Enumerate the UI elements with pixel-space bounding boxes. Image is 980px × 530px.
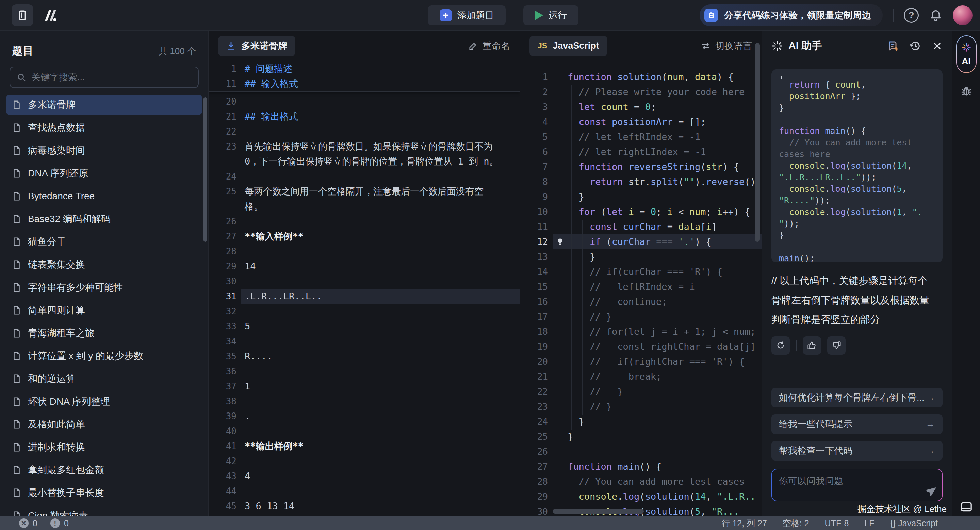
problem-tab[interactable]: 多米诺骨牌 — [218, 36, 295, 56]
code-line[interactable]: 11 const curChar = data[i] — [520, 219, 762, 234]
code-panel: JS JavaScript 切换语言 1function solution(nu… — [520, 31, 762, 516]
code-editor[interactable]: 1function solution(num, data) {2 // Plea… — [520, 61, 762, 516]
language-tab[interactable]: JS JavaScript — [530, 36, 608, 56]
code-line[interactable]: 10 for (let i = 0; i < num; i++) { — [520, 204, 762, 219]
regenerate-button[interactable] — [772, 336, 790, 354]
sidebar-toggle-button[interactable] — [11, 5, 33, 26]
sidebar-item-label: 青海湖租车之旅 — [28, 327, 95, 340]
description-line: 25每两个数之间用一个空格隔开，注意最后一个数后面没有空 — [208, 184, 520, 199]
send-icon[interactable] — [925, 485, 937, 496]
code-line[interactable]: 12 if (curChar === '.') { — [520, 234, 762, 249]
sidebar-item[interactable]: 计算位置 x 到 y 的最少步数 — [6, 346, 202, 366]
code-line[interactable]: 15 // leftRIndex = i — [520, 279, 762, 294]
code-line[interactable]: 25} — [520, 429, 762, 444]
code-line[interactable]: 17 // } — [520, 309, 762, 324]
code-line[interactable]: 13 } — [520, 249, 762, 264]
code-line[interactable]: 22 // } — [520, 384, 762, 399]
sidebar-scrollbar[interactable] — [204, 97, 207, 242]
sidebar-item[interactable]: 进制求和转换 — [6, 437, 202, 457]
sidebar-item[interactable]: 拿到最多红包金额 — [6, 460, 202, 480]
horizontal-scrollbar[interactable] — [553, 509, 644, 514]
vertical-scrollbar[interactable] — [755, 43, 760, 242]
warnings-icon[interactable]: ! — [50, 519, 60, 528]
pencil-icon — [468, 41, 478, 51]
notifications-bell-icon[interactable] — [929, 8, 943, 22]
code-line[interactable]: 20 // if(rightChar === 'R') { — [520, 354, 762, 369]
promo-banner[interactable]: 分享代码练习体验，领限量定制周边 — [700, 5, 883, 26]
code-line[interactable]: 21 // break; — [520, 369, 762, 384]
sidebar-item[interactable]: 及格如此简单 — [6, 414, 202, 435]
code-line[interactable]: 18 // for(let j = i + 1; j < num; — [520, 324, 762, 339]
search-input[interactable] — [31, 72, 192, 83]
code-line[interactable]: 3 let count = 0; — [520, 99, 762, 115]
sidebar-item[interactable]: 猫鱼分干 — [6, 231, 202, 252]
document-icon — [11, 396, 22, 407]
suggestion-pill[interactable]: 给我一些代码提示→ — [772, 414, 943, 434]
chat-input-box[interactable] — [772, 469, 942, 501]
debug-bug-icon[interactable] — [960, 85, 973, 97]
history-icon[interactable] — [909, 40, 921, 52]
code-line[interactable]: 24 } — [520, 414, 762, 429]
sidebar-item[interactable]: 简单四则计算 — [6, 300, 202, 321]
errors-icon[interactable]: ✕ — [19, 519, 29, 528]
description-editor[interactable]: 1# 问题描述11## 输入格式 2021## 输出格式2223首先输出保持竖立… — [208, 61, 520, 516]
sidebar-item[interactable]: DNA 序列还原 — [6, 163, 202, 184]
code-line[interactable]: 23 // } — [520, 399, 762, 414]
sidebar-item[interactable]: Base32 编码和解码 — [6, 209, 202, 229]
code-line[interactable]: 29 console.log(solution(14, ".L.R.. — [520, 489, 762, 504]
code-line[interactable]: 27function main() { — [520, 459, 762, 474]
swap-arrows-icon — [701, 41, 711, 51]
cursor-position[interactable]: 行 12, 列 27 — [721, 518, 767, 529]
code-line[interactable]: 26 — [520, 444, 762, 459]
lightbulb-icon[interactable] — [553, 234, 568, 249]
code-line[interactable]: 14 // if(curChar === 'R') { — [520, 264, 762, 279]
code-line[interactable]: 5 // let leftRIndex = -1 — [520, 129, 762, 144]
sidebar-item[interactable]: 环状 DNA 序列整理 — [6, 391, 202, 412]
ai-code-line: console.log(solution(5, — [779, 183, 935, 195]
sidebar-item[interactable]: 病毒感染时间 — [6, 140, 202, 161]
code-line[interactable]: 16 // continue; — [520, 294, 762, 309]
sidebar-item[interactable]: 青海湖租车之旅 — [6, 323, 202, 343]
eol-setting[interactable]: LF — [864, 519, 874, 528]
switch-language-button[interactable]: 切换语言 — [701, 40, 752, 52]
sidebar-item[interactable]: 多米诺骨牌 — [6, 95, 202, 115]
new-chat-icon[interactable] — [887, 40, 899, 52]
rename-button[interactable]: 重命名 — [468, 40, 510, 52]
search-box[interactable] — [10, 67, 199, 88]
encoding[interactable]: UTF-8 — [825, 519, 849, 528]
user-avatar[interactable] — [953, 5, 972, 25]
code-line[interactable]: 2 // Please write your code here — [520, 85, 762, 99]
chat-input[interactable] — [772, 469, 942, 501]
help-icon[interactable]: ? — [904, 8, 919, 23]
sidebar-item[interactable]: 字符串有多少种可能性 — [6, 277, 202, 298]
code-line[interactable]: 6 // let rightLIndex = -1 — [520, 144, 762, 160]
code-line[interactable]: 4 const positionArr = []; — [520, 115, 762, 129]
sidebar-item[interactable]: Bytedance Tree — [6, 186, 202, 206]
description-line: 335 — [208, 319, 520, 334]
code-line[interactable]: 8 return str.split("").reverse() — [520, 174, 762, 189]
add-problem-button[interactable]: + 添加题目 — [428, 5, 506, 25]
ai-assistant-dock-button[interactable]: AI — [956, 35, 977, 73]
suggestion-pill[interactable]: 帮我检查一下代码→ — [772, 441, 943, 461]
code-line[interactable]: 1function solution(num, data) { — [520, 69, 762, 85]
suggestion-pill[interactable]: 如何优化计算每个骨牌左右倒下骨...→ — [772, 388, 943, 407]
sidebar-item[interactable]: 最小替换子串长度 — [6, 483, 202, 503]
close-icon[interactable] — [932, 40, 943, 51]
code-line[interactable]: 19 // const rightChar = data[j] — [520, 339, 762, 354]
document-icon — [11, 237, 22, 247]
run-button[interactable]: 运行 — [523, 5, 579, 25]
indent-setting[interactable]: 空格: 2 — [783, 518, 809, 529]
thumbs-down-button[interactable] — [827, 336, 846, 354]
toggle-panel-icon[interactable] — [959, 500, 973, 514]
code-line[interactable]: 7 function reverseString(str) { — [520, 160, 762, 174]
description-line: 20 — [208, 94, 520, 109]
language-mode[interactable]: {} JavaScript — [890, 519, 938, 528]
thumbs-up-button[interactable] — [803, 336, 821, 354]
sidebar-item[interactable]: 和的逆运算 — [6, 369, 202, 389]
sidebar-item-label: DNA 序列还原 — [28, 167, 88, 180]
sidebar-item[interactable]: 查找热点数据 — [6, 118, 202, 138]
sidebar-item[interactable]: 链表聚集交换 — [6, 254, 202, 275]
sidebar-item[interactable]: Cion 勒索病毒 — [6, 506, 202, 516]
code-line[interactable]: 9 } — [520, 189, 762, 204]
code-line[interactable]: 28 // You can add more test cases — [520, 474, 762, 489]
